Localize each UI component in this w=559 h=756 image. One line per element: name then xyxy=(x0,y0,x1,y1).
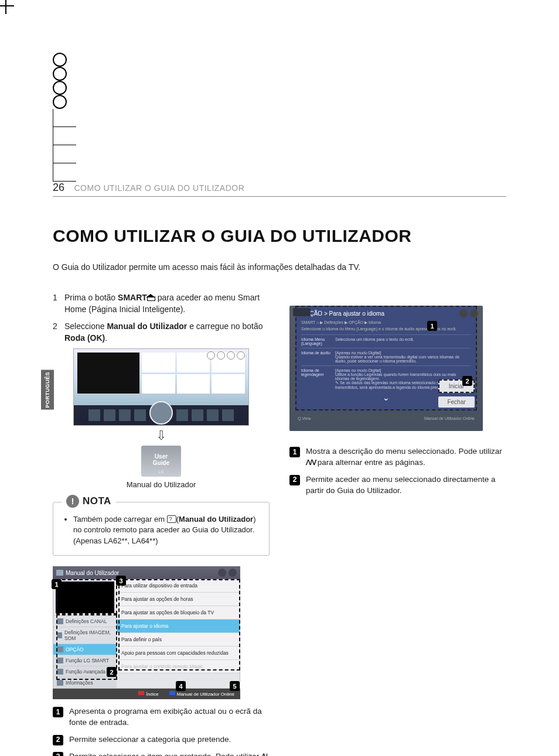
detail-row: Idioma Menu (Language)Selecciona um idio… xyxy=(301,334,471,348)
tile-brand: LG xyxy=(142,470,180,474)
step-bold: SMART xyxy=(118,293,147,302)
registration-mark-icon xyxy=(53,95,67,109)
tv-preview xyxy=(77,353,139,394)
left-column: 1 Prima o botão SMART para aceder ao men… xyxy=(53,292,270,756)
crop-mark-icon xyxy=(53,163,53,181)
guide-list-screenshot: Manual do Utilizador Definições CANALDef… xyxy=(53,566,240,699)
step-text: e carregue no botão xyxy=(187,321,263,331)
callout-bubble-2: 2 xyxy=(462,376,472,386)
callout-bubble-5: 5 xyxy=(230,681,240,691)
footer-label: Índice xyxy=(146,692,158,697)
toolbar-icon xyxy=(217,351,225,360)
legend-number: 3 xyxy=(53,752,63,756)
step-text: Seleccione xyxy=(64,321,107,331)
legend-row: 1Apresenta o programa em exibição actual… xyxy=(53,706,270,728)
window-title: Manual do Utilizador xyxy=(66,570,119,576)
callout-outline-3 xyxy=(118,579,240,671)
red-button-icon xyxy=(138,691,144,695)
page-title: COMO UTILIZAR O GUIA DO UTILIZADOR xyxy=(53,226,506,246)
legend-number: 2 xyxy=(53,735,63,745)
step-text: . xyxy=(105,333,107,343)
row-value: [Apenas no modo Digital]Quando estiver a… xyxy=(335,351,471,363)
toolbar-icon xyxy=(227,351,235,360)
legend-text: para alternar entre as páginas. xyxy=(315,458,425,467)
note-box: ! NOTA Também pode carregar em (Manual d… xyxy=(53,502,270,556)
crop-mark-icon xyxy=(53,127,53,145)
toolbar-icon xyxy=(237,351,245,360)
registration-mark-icon xyxy=(53,67,67,81)
callout-bubble-4: 4 xyxy=(176,681,186,691)
close-icon xyxy=(229,569,237,577)
manual-page: PORTUGUÊS 26 COMO UTILIZAR O GUIA DO UTI… xyxy=(0,0,559,756)
smart-home-screenshot: ⇩ User Guide LG Manual do Utilizador xyxy=(73,348,249,488)
language-tab: PORTUGUÊS xyxy=(41,370,54,410)
row-value: Selecciona um idioma para o texto do ecr… xyxy=(335,337,471,345)
row-label: Idioma de áudio xyxy=(301,351,335,363)
detail-row: Idioma de áudio[Apenas no modo Digital]Q… xyxy=(301,348,471,365)
legend-text: Permite aceder ao menu seleccionado dire… xyxy=(306,475,495,495)
note-bold: Manual do Utilizador xyxy=(179,515,253,524)
dock-tile xyxy=(119,409,131,421)
minimize-icon xyxy=(459,309,468,317)
dock-center-icon xyxy=(149,401,173,425)
step-2: 2 Seleccione Manual do Utilizador e carr… xyxy=(53,320,270,344)
dock-tile xyxy=(207,409,219,421)
callout-bubble-1: 1 xyxy=(427,321,437,331)
crop-mark-icon xyxy=(53,126,76,127)
home-icon xyxy=(147,294,155,301)
minimize-icon xyxy=(218,569,226,577)
dock-tile xyxy=(192,409,203,421)
note-text: Também pode carregar em xyxy=(73,515,165,524)
step-text: Prima o botão xyxy=(64,293,118,302)
close-button[interactable]: Fechar xyxy=(438,396,475,408)
legend-row: 2Permite seleccionar a categoria que pre… xyxy=(53,734,270,745)
tile-line: Guide xyxy=(153,460,169,466)
legend-row: 3Permite seleccionar o item que pretende… xyxy=(53,751,270,756)
footer-hint: Q.View xyxy=(298,416,311,420)
step-1: 1 Prima o botão SMART para aceder ao men… xyxy=(53,292,270,316)
footer-label: Manual de Utilizador Online xyxy=(177,692,234,697)
registration-mark-icon xyxy=(53,81,67,95)
crop-mark-icon xyxy=(53,109,53,126)
right-column: OPÇÃO > Para ajustar o idioma SMART ⌂ ▶ … xyxy=(289,292,506,756)
dock-tile xyxy=(134,409,146,421)
step-number: 1 xyxy=(53,292,64,316)
legend-text: Permite seleccionar o item que pretende.… xyxy=(69,752,261,756)
guide-detail-screenshot: OPÇÃO > Para ajustar o idioma SMART ⌂ ▶ … xyxy=(289,306,483,431)
row-label: Idioma Menu (Language) xyxy=(301,337,335,345)
window-tab-icon xyxy=(293,308,311,316)
legend-row: 1Mostra a descrição do menu seleccionado… xyxy=(289,446,506,468)
callout-outline-1 xyxy=(56,579,117,614)
figure-caption: Manual do Utilizador xyxy=(73,480,249,489)
dock-tile xyxy=(222,409,234,421)
legend-list-left: 1Apresenta o programa em exibição actual… xyxy=(53,706,270,756)
step-list: 1 Prima o botão SMART para aceder ao men… xyxy=(53,292,270,344)
blue-button-icon xyxy=(169,691,175,695)
page-number: 26 xyxy=(53,182,64,193)
dock-tile xyxy=(104,409,115,421)
dock-tile xyxy=(88,409,100,421)
user-guide-tile: User Guide LG xyxy=(141,446,181,476)
crop-mark-icon xyxy=(53,145,76,145)
step-number: 2 xyxy=(53,320,64,344)
breadcrumb: OPÇÃO > Para ajustar o idioma xyxy=(301,310,471,317)
legend-number: 1 xyxy=(289,447,300,457)
legend-row: 2Permite aceder ao menu seleccionado dir… xyxy=(289,474,506,497)
intro-text: O Guia do Utilizador permite um acesso m… xyxy=(53,262,506,272)
app-tile xyxy=(177,353,210,372)
app-tile xyxy=(142,374,175,394)
note-label: NOTA xyxy=(83,494,111,509)
crop-mark-icon xyxy=(53,145,53,163)
app-tile xyxy=(212,374,245,394)
toolbar-icon xyxy=(207,351,215,360)
tile-line: User xyxy=(155,453,168,460)
header-section: COMO UTILIZAR O GUIA DO UTILIZADOR xyxy=(74,183,244,193)
info-icon: ! xyxy=(66,495,79,508)
legend-list-right: 1Mostra a descrição do menu seleccionado… xyxy=(289,446,506,497)
up-down-arrow-icon: ꓥ / ꓦ xyxy=(306,459,315,467)
book-icon xyxy=(56,570,63,576)
legend-number: 1 xyxy=(53,707,63,717)
crop-mark-icon xyxy=(53,163,76,163)
close-icon xyxy=(470,309,478,317)
callout-bubble-2: 2 xyxy=(107,667,117,677)
